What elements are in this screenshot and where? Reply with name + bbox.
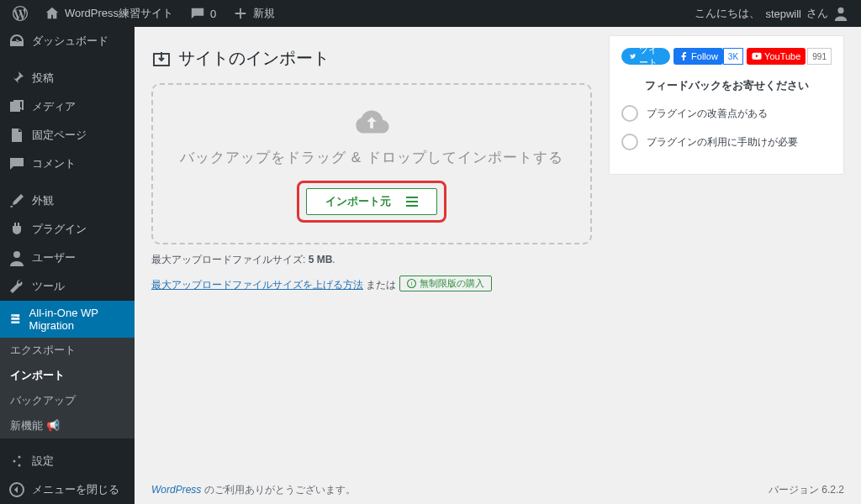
- new-content[interactable]: 新規: [227, 6, 281, 21]
- dropzone-text: バックアップをドラッグ & ドロップしてインポートする: [170, 148, 573, 167]
- svg-point-0: [837, 8, 843, 13]
- menu-comments[interactable]: コメント: [0, 150, 135, 178]
- comment-count: 0: [210, 8, 216, 20]
- facebook-count: 3K: [723, 48, 743, 65]
- wrench-icon: [8, 278, 25, 295]
- increase-upload-link[interactable]: 最大アップロードファイルサイズを上げる方法: [151, 279, 363, 291]
- pin-icon: [8, 70, 25, 87]
- facebook-follow-button[interactable]: Follow: [673, 48, 723, 65]
- comment-icon: [190, 6, 205, 21]
- plus-icon: [233, 6, 248, 21]
- svg-point-2: [18, 456, 21, 459]
- cloud-upload-icon: [170, 105, 573, 141]
- svg-text:i: i: [410, 281, 412, 286]
- comment-icon: [8, 155, 25, 172]
- import-from-button[interactable]: インポート元: [306, 188, 437, 215]
- admin-footer: WordPress のご利用ありがとうございます。 バージョン 6.2.2: [151, 483, 844, 497]
- ai1wm-submenu: エクスポート インポート バックアップ 新機能📢: [0, 338, 135, 438]
- admin-toolbar: WordPress練習サイト 0 新規 こんにちは、 stepwill さん: [0, 0, 861, 27]
- settings-icon: [8, 453, 25, 470]
- feedback-option-1-label: プラグインの改善点がある: [647, 107, 768, 121]
- submenu-import[interactable]: インポート: [0, 363, 135, 388]
- user-greeting[interactable]: こんにちは、 stepwill さん: [689, 6, 854, 21]
- user-icon: [8, 249, 25, 266]
- collapse-icon: [8, 481, 25, 498]
- info-icon: i: [407, 279, 416, 288]
- svg-point-4: [18, 465, 21, 467]
- import-button-highlight: インポート元: [297, 181, 446, 223]
- plugin-icon: [8, 221, 25, 238]
- new-label: 新規: [253, 6, 275, 21]
- menu-pages[interactable]: 固定ページ: [0, 121, 135, 150]
- migration-icon: [8, 311, 23, 328]
- menu-settings[interactable]: 設定: [0, 447, 135, 475]
- svg-point-3: [13, 460, 16, 463]
- site-title: WordPress練習サイト: [65, 6, 173, 21]
- feedback-heading: フィードバックをお寄せください: [621, 78, 832, 93]
- youtube-button[interactable]: YouTube: [747, 48, 806, 65]
- feedback-option-2-radio[interactable]: [621, 134, 638, 150]
- submenu-whatsnew[interactable]: 新機能📢: [0, 413, 135, 438]
- wp-logo[interactable]: [7, 6, 34, 21]
- dashboard-icon: [8, 33, 25, 50]
- submenu-backups[interactable]: バックアップ: [0, 388, 135, 413]
- wp-version: 6.2.2: [821, 484, 844, 496]
- youtube-count: 991: [807, 48, 832, 65]
- svg-point-1: [13, 251, 20, 258]
- import-dropzone[interactable]: バックアップをドラッグ & ドロップしてインポートする インポート元: [151, 83, 592, 244]
- submenu-export[interactable]: エクスポート: [0, 338, 135, 363]
- facebook-icon: [679, 51, 689, 61]
- menu-plugins[interactable]: プラグイン: [0, 215, 135, 244]
- menu-users[interactable]: ユーザー: [0, 244, 135, 272]
- media-icon: [8, 98, 25, 115]
- admin-sidebar: ダッシュボード 投稿 メディア 固定ページ コメント 外観 プラグイン ユーザー…: [0, 27, 135, 504]
- username: stepwill: [765, 8, 801, 20]
- youtube-icon: [752, 51, 762, 61]
- comments-link[interactable]: 0: [184, 6, 222, 21]
- twitter-button[interactable]: ツイート: [621, 48, 670, 65]
- menu-media[interactable]: メディア: [0, 92, 135, 121]
- feedback-option-1-radio[interactable]: [621, 105, 638, 122]
- menu-appearance[interactable]: 外観: [0, 186, 135, 215]
- menu-tools[interactable]: ツール: [0, 272, 135, 301]
- announcement-icon: 📢: [46, 419, 60, 432]
- menu-dashboard[interactable]: ダッシュボード: [0, 27, 135, 55]
- feedback-option-2-label: プラグインの利用に手助けが必要: [647, 135, 798, 150]
- twitter-icon: [630, 51, 636, 61]
- site-link[interactable]: WordPress練習サイト: [39, 6, 179, 21]
- import-icon: [151, 49, 172, 69]
- max-upload-size: 5 MB: [309, 254, 333, 265]
- page-icon: [8, 127, 25, 144]
- avatar-icon: [833, 6, 848, 21]
- menu-ai1wm[interactable]: All-in-One WP Migration: [0, 301, 135, 338]
- brush-icon: [8, 192, 25, 209]
- feedback-panel: ツイート Follow 3K YouTube: [609, 35, 844, 175]
- menu-posts[interactable]: 投稿: [0, 64, 135, 92]
- home-icon: [45, 6, 60, 21]
- upload-limit-info: 最大アップロードファイルサイズ: 5 MB.: [151, 253, 592, 267]
- menu-icon: [406, 197, 418, 207]
- menu-collapse[interactable]: メニューを閉じる: [0, 475, 135, 504]
- wordpress-icon: [13, 6, 28, 21]
- buy-unlimited-button[interactable]: i 無制限版の購入: [399, 276, 492, 291]
- page-title: サイトのインポート: [151, 47, 592, 70]
- wordpress-link[interactable]: WordPress: [151, 484, 201, 496]
